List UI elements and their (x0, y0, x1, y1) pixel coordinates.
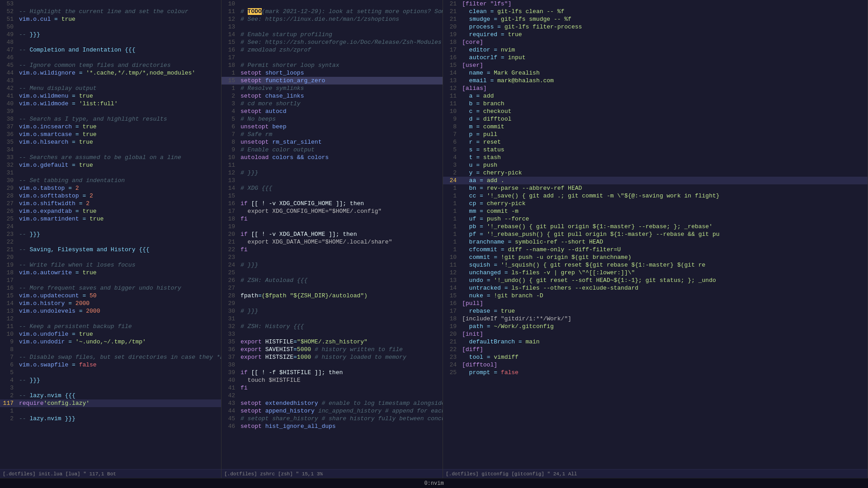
line-content: fpath=($fpath "${ZSH_DIR}/autoload") (239, 292, 443, 300)
table-row: 4 t = stash (443, 154, 868, 161)
table-row: 43setopt extendedhistory # enable to log… (222, 399, 443, 407)
table-row: 12 (0, 315, 221, 323)
table-row: 20if [[ ! -v XDG_DATA_HOME ]]; then (222, 230, 443, 238)
table-row: 10 commit = !git push -u origin $(git br… (443, 253, 868, 261)
line-content: vim.o.history = 2000 (17, 300, 221, 307)
table-row: 50 (0, 23, 221, 31)
line-number: 13 (0, 307, 17, 315)
line-content: fi (239, 246, 443, 253)
table-row: 10 c = checkout (443, 108, 868, 115)
table-row: 53 (0, 0, 221, 8)
line-content: unsetopt beep (239, 123, 443, 131)
line-number: 7 (0, 353, 17, 361)
line-number: 34 (0, 146, 17, 154)
line-number: 2 (222, 92, 239, 100)
line-content: vim.o.wildmode = 'list:full' (17, 100, 221, 108)
table-row: 24# }}} (222, 261, 443, 269)
table-row: 1 (0, 407, 221, 415)
line-content: untracked = ls-files --others --exclude-… (460, 284, 868, 292)
line-number: 21 (443, 15, 460, 23)
line-content (17, 108, 221, 115)
line-content: # XDG {{{ (239, 184, 443, 192)
line-number: 8 (443, 123, 460, 131)
pane-right[interactable]: 21[filter "lfs"]21 clean = git-lfs clean… (443, 0, 868, 478)
line-number: 11 (222, 8, 239, 15)
table-row: 21 defaultBranch = main (443, 338, 868, 346)
line-number: 13 (443, 277, 460, 284)
line-content: setopt chase_links (239, 92, 443, 100)
table-row: 2-- lazy.nvim {{{ (0, 392, 221, 399)
line-content (17, 0, 221, 8)
line-content: # cd more shortly (239, 100, 443, 108)
table-row: 47-- Completion and Indentation {{{ (0, 46, 221, 54)
code-lines-right: 21[filter "lfs"]21 clean = git-lfs clean… (443, 0, 868, 469)
table-row: 23 tool = vimdiff (443, 353, 868, 361)
line-number: 2 (0, 392, 17, 399)
line-content: # Resolve symlinks (239, 84, 443, 92)
line-content: p = pull (460, 131, 868, 138)
table-row: 18[core] (443, 38, 868, 46)
table-row: 42-- Menu display output (0, 84, 221, 92)
line-content: required = true (460, 31, 868, 38)
line-number: 36 (0, 131, 17, 138)
line-content (17, 315, 221, 323)
bottom-bar: 0:nvim (0, 478, 868, 488)
table-row: 37export HISTSIZE=1000 # history loaded … (222, 353, 443, 361)
line-content (17, 253, 221, 261)
line-content: name = Mark Grealish (460, 69, 868, 77)
line-number: 25 (443, 369, 460, 376)
pane-middle[interactable]: 1011# TODO(mark 2021-12-29): look at set… (222, 0, 443, 478)
line-content: undo = '!_undo() { git reset --soft HEAD… (460, 277, 868, 284)
table-row: 41fi (222, 384, 443, 392)
line-number: 19 (222, 223, 239, 230)
table-row: 44setopt append_history inc_append_histo… (222, 407, 443, 415)
line-number: 9 (0, 338, 17, 346)
line-number: 21 (443, 8, 460, 15)
line-content: -- Saving, Filesystem and History {{{ (17, 246, 221, 253)
line-content: fi (239, 215, 443, 223)
line-number: 46 (222, 422, 239, 430)
table-row: 14 untracked = ls-files --others --exclu… (443, 284, 868, 292)
line-content: fi (239, 384, 443, 392)
table-row: 15vim.o.updatecount = 50 (0, 292, 221, 300)
table-row: 29 (222, 300, 443, 307)
line-number: 12 (222, 15, 239, 23)
line-content: autoload colors && colors (239, 154, 443, 161)
line-content: export HISTFILE="$HOME/.zsh_history" (239, 338, 443, 346)
line-content (239, 192, 443, 200)
line-content: setopt function_arg_zero (239, 77, 443, 84)
line-content: y = cherry-pick (460, 169, 868, 177)
table-row: 40vim.o.wildmode = 'list:full' (0, 100, 221, 108)
table-row: 27vim.o.shiftwidth = 2 (0, 200, 221, 207)
table-row: 27 (222, 284, 443, 292)
line-content: [pull] (460, 300, 868, 307)
line-number: 7 (222, 131, 239, 138)
line-content: setopt append_history inc_append_history… (239, 407, 443, 415)
line-content (17, 238, 221, 246)
table-row: 24 aa = add . (443, 177, 868, 184)
line-content: vim.o.wildmenu = true (17, 92, 221, 100)
table-row: 45# setopt share_history # share history… (222, 415, 443, 422)
line-number: 15 (222, 77, 239, 84)
line-content (239, 315, 443, 323)
table-row: 35export HISTFILE="$HOME/.zsh_history" (222, 338, 443, 346)
table-row: 11 (222, 161, 443, 169)
line-number: 19 (0, 261, 17, 269)
line-content (239, 177, 443, 184)
table-row: 12# See: https://linux.die.net/man/1/zsh… (222, 15, 443, 23)
table-row: 13 (222, 177, 443, 184)
line-number: 1 (222, 84, 239, 92)
line-content: email = mark@bhalash.com (460, 77, 868, 84)
table-row: 1 pb = '!_rebase() { git pull origin ${1… (443, 223, 868, 230)
line-number: 45 (0, 61, 17, 69)
line-number: 25 (222, 269, 239, 277)
table-row: 14vim.o.history = 2000 (0, 300, 221, 307)
bottom-bar-text: 0:nvim (424, 480, 443, 487)
table-row: 15 nuke = !git branch -D (443, 292, 868, 300)
line-content: defaultBranch = main (460, 338, 868, 346)
table-row: 117require'config.lazy' (0, 399, 221, 407)
line-content: if [[ ! -v XDG_DATA_HOME ]]; then (239, 230, 443, 238)
pane-left[interactable]: 5352-- Highlight the current line and se… (0, 0, 222, 478)
line-number: 31 (0, 169, 17, 177)
line-content: vim.o.autowrite = true (17, 269, 221, 277)
